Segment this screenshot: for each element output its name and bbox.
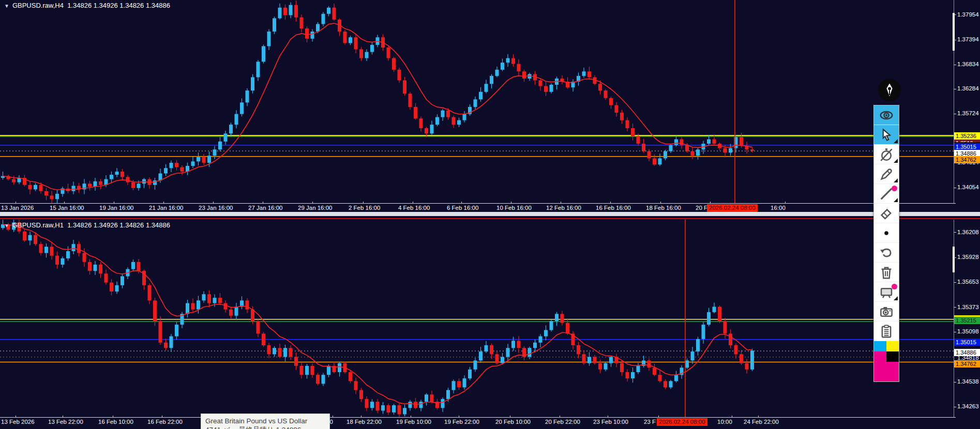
candle-body bbox=[550, 321, 553, 330]
chevron-down-icon[interactable]: ▼ bbox=[4, 223, 9, 228]
candle-body bbox=[99, 181, 102, 185]
time-tick-mark bbox=[16, 202, 16, 204]
candle-body bbox=[463, 114, 466, 120]
pen-nib-icon bbox=[882, 82, 897, 98]
palette-color-swatch[interactable] bbox=[886, 351, 899, 362]
time-tick-mark bbox=[511, 202, 511, 204]
visibility-tool-button[interactable] bbox=[874, 105, 899, 125]
time-axis-label: 16 Feb 16:00 bbox=[596, 205, 631, 211]
time-axis-label: 16 Feb 22:00 bbox=[147, 419, 183, 425]
candle-body bbox=[740, 354, 743, 363]
price-tick-label: 1.35724 bbox=[957, 110, 979, 116]
candle-body bbox=[598, 363, 602, 370]
candle-body bbox=[359, 390, 363, 399]
clipboard-tool-button[interactable] bbox=[874, 321, 899, 341]
line-tool-tool-button[interactable] bbox=[874, 184, 899, 204]
delete-tool-button[interactable] bbox=[874, 263, 899, 282]
candle-body bbox=[34, 235, 37, 244]
eraser-tool-button[interactable] bbox=[874, 204, 899, 223]
undo-tool-button[interactable] bbox=[874, 243, 899, 263]
price-tick-label: 1.37954 bbox=[957, 11, 979, 18]
time-tick-mark bbox=[561, 202, 561, 204]
price-chip: 1.34762 bbox=[954, 156, 980, 163]
candle-body bbox=[674, 139, 678, 145]
candle-body bbox=[446, 111, 450, 117]
time-tick-mark bbox=[64, 202, 65, 204]
time-tick-mark bbox=[333, 416, 333, 418]
drawing-toolbar bbox=[873, 105, 899, 382]
candle-body bbox=[615, 105, 619, 113]
time-axis-label: 4 Feb 16:00 bbox=[398, 205, 430, 211]
candle-body bbox=[490, 76, 493, 84]
snapshot-tool-button[interactable] bbox=[874, 302, 899, 321]
candle-body bbox=[213, 149, 217, 156]
board-tool-button[interactable] bbox=[874, 282, 899, 302]
candle-body bbox=[44, 247, 48, 253]
candle-body bbox=[446, 390, 450, 399]
candle-body bbox=[23, 232, 26, 240]
candle-body bbox=[229, 125, 233, 133]
candle-body bbox=[452, 381, 456, 390]
candle-body bbox=[501, 63, 504, 70]
price-tick-label: 1.36284 bbox=[957, 85, 979, 91]
window-splitter[interactable] bbox=[0, 212, 980, 216]
time-tick-mark bbox=[163, 202, 164, 204]
time-tick-mark bbox=[63, 416, 63, 418]
palette-color-swatch[interactable] bbox=[886, 341, 899, 351]
candle-body bbox=[88, 183, 92, 187]
candle-body bbox=[664, 151, 667, 159]
candle-body bbox=[12, 179, 16, 182]
pencil-tool-button[interactable] bbox=[874, 164, 899, 184]
candle-body bbox=[83, 253, 86, 262]
trash-icon bbox=[879, 265, 894, 280]
candle-body bbox=[186, 303, 189, 314]
candle-body bbox=[392, 58, 396, 70]
palette-color-swatch[interactable] bbox=[874, 341, 886, 351]
h1-symbol-label: GBPUSD.raw,H1 bbox=[12, 221, 64, 229]
candle-body bbox=[262, 46, 265, 62]
point-tool-button[interactable] bbox=[874, 223, 899, 243]
pen-tool-launcher-button[interactable] bbox=[878, 79, 901, 101]
time-tick-mark bbox=[732, 416, 732, 418]
candle-body bbox=[88, 262, 92, 271]
candle-body bbox=[511, 58, 515, 64]
time-axis-label: 16:00 bbox=[771, 205, 786, 211]
time-axis-label: 20 Feb 22:00 bbox=[545, 419, 580, 425]
candle-body bbox=[370, 402, 374, 408]
candle-body bbox=[197, 300, 200, 309]
timer-off-tool-button[interactable] bbox=[874, 145, 899, 164]
time-axis-label: 21 Jan 16:00 bbox=[149, 205, 184, 211]
candle-body bbox=[669, 145, 673, 151]
candle-body bbox=[316, 24, 320, 32]
candle-body bbox=[343, 32, 347, 43]
candle-body bbox=[696, 339, 700, 351]
h4-chart-canvas[interactable] bbox=[0, 0, 954, 203]
color-indicator-dot bbox=[892, 186, 897, 191]
candle-body bbox=[468, 370, 472, 378]
candle-body bbox=[485, 84, 488, 91]
candle-body bbox=[148, 285, 152, 300]
price-axis-scrollbar[interactable] bbox=[953, 13, 955, 51]
candle-body bbox=[707, 139, 711, 144]
cursor-tool-button[interactable] bbox=[874, 125, 899, 145]
candle-body bbox=[338, 363, 341, 372]
price-tick-label: 1.36834 bbox=[957, 61, 979, 67]
price-tick-mark bbox=[954, 89, 956, 89]
price-tick-mark bbox=[954, 282, 956, 283]
chevron-down-icon[interactable]: ▼ bbox=[4, 3, 9, 9]
h1-chart-canvas[interactable] bbox=[0, 220, 954, 418]
time-tick-mark bbox=[560, 416, 560, 418]
price-axis-scrollbar[interactable] bbox=[953, 247, 955, 272]
candle-body bbox=[463, 378, 466, 387]
palette-selected-color[interactable] bbox=[874, 362, 899, 381]
candle-body bbox=[354, 37, 358, 49]
candle-body bbox=[691, 351, 695, 360]
candle-body bbox=[120, 172, 124, 177]
time-axis-label: 19 Feb 10:00 bbox=[396, 419, 431, 425]
candle-body bbox=[474, 99, 477, 107]
candle-body bbox=[365, 52, 369, 58]
candle-body bbox=[457, 120, 461, 125]
candle-body bbox=[637, 366, 640, 372]
price-tick-mark bbox=[954, 332, 956, 332]
palette-color-swatch[interactable] bbox=[874, 351, 886, 362]
